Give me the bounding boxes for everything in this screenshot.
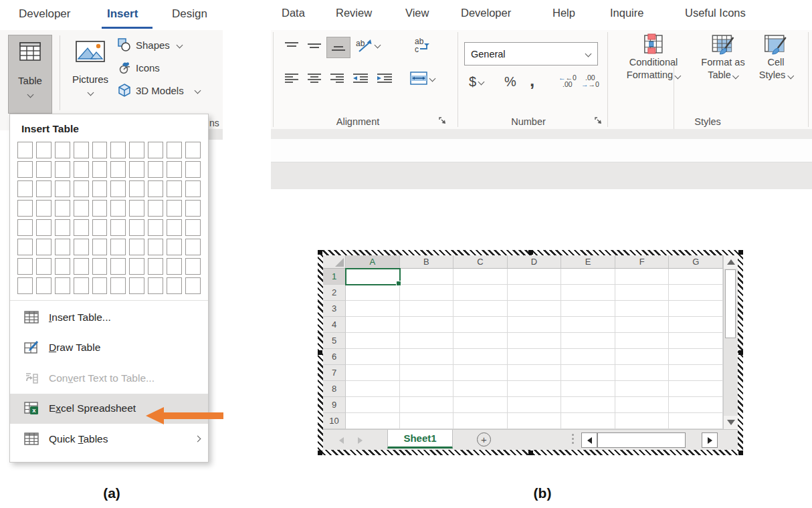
row-header-7[interactable]: 7 xyxy=(323,365,346,381)
table-size-cell[interactable] xyxy=(110,161,126,178)
table-size-cell[interactable] xyxy=(185,258,201,275)
cell-G10[interactable] xyxy=(669,413,723,429)
table-size-cell[interactable] xyxy=(129,258,144,275)
resize-handle[interactable] xyxy=(528,451,533,455)
cell-C3[interactable] xyxy=(453,301,508,317)
cell-C2[interactable] xyxy=(453,285,508,301)
cell-E9[interactable] xyxy=(561,397,615,413)
table-size-cell[interactable] xyxy=(74,219,89,236)
cell-F10[interactable] xyxy=(615,413,670,429)
table-size-cell[interactable] xyxy=(55,200,70,217)
row-header-10[interactable]: 10 xyxy=(323,413,346,429)
cell-A6[interactable] xyxy=(346,349,400,365)
scroll-up-button[interactable] xyxy=(724,255,738,269)
cell-B3[interactable] xyxy=(400,301,454,317)
table-size-cell[interactable] xyxy=(148,142,163,158)
table-size-cell[interactable] xyxy=(17,239,33,255)
scroll-right-button[interactable] xyxy=(702,432,718,448)
menu-item-quick-tables[interactable]: Quick Tables xyxy=(10,424,208,455)
table-size-cell[interactable] xyxy=(74,239,89,255)
cell-A5[interactable] xyxy=(346,333,400,349)
cell-G7[interactable] xyxy=(669,365,723,381)
number-dialog-launcher-icon[interactable] xyxy=(594,116,603,125)
table-size-cell[interactable] xyxy=(92,161,108,178)
cell-F1[interactable] xyxy=(615,269,670,285)
menu-item-draw-table[interactable]: Draw Table xyxy=(10,333,208,364)
table-size-cell[interactable] xyxy=(148,200,163,217)
align-middle-button[interactable] xyxy=(306,41,322,51)
cell-A10[interactable] xyxy=(346,413,400,429)
table-size-cell[interactable] xyxy=(185,142,201,158)
table-size-cell[interactable] xyxy=(129,180,144,197)
icons-button[interactable]: Icons xyxy=(118,61,160,74)
table-size-cell[interactable] xyxy=(17,277,33,294)
table-size-cell[interactable] xyxy=(110,142,126,158)
table-size-cell[interactable] xyxy=(55,239,70,255)
previous-sheet-button[interactable] xyxy=(339,437,344,444)
tab-review[interactable]: Review xyxy=(336,7,372,19)
row-header-9[interactable]: 9 xyxy=(323,397,346,413)
table-size-cell[interactable] xyxy=(92,258,108,275)
cell-B6[interactable] xyxy=(400,349,454,365)
column-header-F[interactable]: F xyxy=(615,255,670,269)
table-size-cell[interactable] xyxy=(167,258,182,275)
tab-useful-icons[interactable]: Useful Icons xyxy=(685,7,746,19)
tab-inquire[interactable]: Inquire xyxy=(610,7,643,19)
tab-developer-excel[interactable]: Developer xyxy=(461,7,511,19)
table-size-cell[interactable] xyxy=(92,142,108,158)
resize-handle[interactable] xyxy=(318,250,322,255)
resize-handle[interactable] xyxy=(318,350,322,355)
cell-E4[interactable] xyxy=(561,317,615,333)
table-size-cell[interactable] xyxy=(129,161,144,178)
orientation-button[interactable]: ab xyxy=(355,37,380,53)
table-size-cell[interactable] xyxy=(55,161,70,178)
cell-D10[interactable] xyxy=(508,413,562,429)
table-size-cell[interactable] xyxy=(74,200,89,217)
table-size-cell[interactable] xyxy=(55,142,70,158)
table-size-cell[interactable] xyxy=(167,180,182,197)
table-size-cell[interactable] xyxy=(185,277,201,294)
align-center-button[interactable] xyxy=(306,73,322,84)
embedded-excel-object[interactable]: ABCDEFG 12345678910 Sheet1 + xyxy=(318,250,743,455)
table-size-cell[interactable] xyxy=(185,200,201,217)
column-header-D[interactable]: D xyxy=(508,255,562,269)
cell-A3[interactable] xyxy=(346,301,400,317)
table-size-cell[interactable] xyxy=(92,200,108,217)
select-all-corner[interactable] xyxy=(323,255,346,269)
sheet-tab-sheet1[interactable]: Sheet1 xyxy=(387,430,453,449)
table-size-cell[interactable] xyxy=(36,277,52,294)
column-header-A[interactable]: A xyxy=(346,255,400,269)
table-size-cell[interactable] xyxy=(110,239,126,255)
cell-D7[interactable] xyxy=(508,365,562,381)
cell-D1[interactable] xyxy=(508,269,562,285)
table-size-cell[interactable] xyxy=(167,142,182,158)
cell-F2[interactable] xyxy=(615,285,670,301)
cell-G6[interactable] xyxy=(669,349,723,365)
table-size-cell[interactable] xyxy=(36,219,52,236)
cell-D9[interactable] xyxy=(508,397,562,413)
table-size-cell[interactable] xyxy=(55,277,70,294)
table-size-cell[interactable] xyxy=(55,219,70,236)
currency-format-button[interactable]: $ xyxy=(469,74,484,90)
table-size-cell[interactable] xyxy=(129,277,144,294)
tab-data[interactable]: Data xyxy=(282,7,305,19)
shapes-button[interactable]: Shapes xyxy=(118,38,182,51)
table-size-cell[interactable] xyxy=(92,180,108,197)
table-size-cell[interactable] xyxy=(74,180,89,197)
cell-B8[interactable] xyxy=(400,381,454,397)
table-size-cell[interactable] xyxy=(148,258,163,275)
table-size-cell[interactable] xyxy=(167,161,182,178)
cell-A8[interactable] xyxy=(346,381,400,397)
resize-handle[interactable] xyxy=(738,451,743,455)
cell-E1[interactable] xyxy=(561,269,615,285)
tab-view[interactable]: View xyxy=(405,7,429,19)
merge-center-button[interactable] xyxy=(410,72,435,85)
column-header-B[interactable]: B xyxy=(400,255,454,269)
format-as-table-button[interactable]: Format as Table xyxy=(701,33,744,82)
vertical-scroll-track[interactable] xyxy=(724,269,738,416)
tab-design[interactable]: Design xyxy=(172,7,207,21)
column-header-E[interactable]: E xyxy=(561,255,615,269)
cell-F6[interactable] xyxy=(615,349,670,365)
horizontal-scroll-thumb[interactable] xyxy=(597,432,686,448)
3d-models-button[interactable]: 3D Models xyxy=(118,84,200,97)
